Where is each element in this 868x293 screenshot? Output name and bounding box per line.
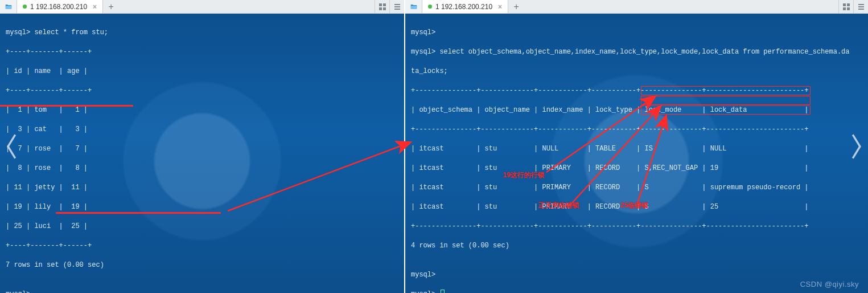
svg-rect-8 [847, 3, 850, 6]
prev-image-button[interactable] [2, 129, 22, 164]
close-icon[interactable]: × [90, 3, 97, 11]
list-view-button[interactable] [853, 0, 868, 13]
left-terminal-pane: 1 192.168.200.210 × + mysql> select * fr… [0, 0, 405, 293]
highlight-underline [56, 212, 221, 214]
svg-rect-1 [383, 3, 386, 6]
svg-rect-7 [843, 3, 846, 6]
highlight-box [641, 105, 811, 115]
term-line: +----+-------+------+ [6, 86, 398, 96]
term-line: mysql> [6, 290, 398, 293]
status-dot-icon [428, 5, 432, 9]
left-terminal[interactable]: mysql> select * from stu; +----+-------+… [0, 14, 404, 293]
cursor-icon [441, 290, 445, 293]
new-tab-button[interactable]: + [103, 0, 119, 13]
right-terminal-pane: 1 192.168.200.210 × + mysql> mysql> sele… [405, 0, 868, 293]
highlight-box [641, 86, 811, 95]
term-line: mysql> select * from stu; [6, 28, 398, 38]
right-terminal[interactable]: mysql> mysql> select object_schema,objec… [405, 14, 868, 293]
term-line: | itcast | stu | PRIMARY | RECORD | S,RE… [411, 164, 862, 173]
term-line: mysql> [411, 270, 862, 280]
svg-rect-2 [379, 7, 382, 10]
annotation-label: 25临键锁 [620, 201, 648, 210]
list-view-button[interactable] [389, 0, 404, 13]
left-tabbar: 1 192.168.200.210 × + [0, 0, 404, 14]
term-line: +----+-------+------+ [6, 47, 398, 57]
status-dot-icon [23, 5, 27, 9]
tile-view-button[interactable] [838, 0, 853, 13]
highlight-box [641, 96, 811, 105]
right-tab[interactable]: 1 192.168.200.210 × [422, 0, 508, 13]
svg-rect-9 [843, 7, 846, 10]
tile-view-button[interactable] [375, 0, 389, 13]
term-line: | 19 | lily | 19 | [6, 202, 398, 212]
term-line: mysql> [411, 28, 862, 38]
watermark: CSDN @qiyi.sky [800, 280, 859, 288]
annotation-label: 正无穷临键锁 [538, 201, 579, 210]
term-line: 7 rows in set (0.00 sec) [6, 261, 398, 270]
left-tab[interactable]: 1 192.168.200.210 × [17, 0, 103, 13]
next-image-button[interactable] [846, 129, 866, 164]
term-line: | 1 | tom | 1 | [6, 105, 398, 115]
close-icon[interactable]: × [496, 3, 502, 11]
svg-rect-0 [379, 3, 382, 6]
sessions-button[interactable] [405, 0, 422, 13]
term-line: +----+-------+------+ [6, 241, 398, 251]
annotation-label: 19这行的行锁 [503, 170, 545, 180]
svg-rect-3 [383, 7, 386, 10]
term-line: mysql> [411, 290, 862, 293]
tab-title: 1 192.168.200.210 [30, 3, 87, 11]
right-tabbar: 1 192.168.200.210 × + [405, 0, 868, 14]
highlight-underline [0, 105, 133, 107]
sessions-button[interactable] [0, 0, 17, 13]
term-line: +---------------+-------------+---------… [411, 222, 862, 231]
term-line: | 3 | cat | 3 | [6, 125, 398, 135]
tab-title: 1 192.168.200.210 [435, 3, 492, 11]
term-line: | 25 | luci | 25 | [6, 222, 398, 231]
term-line: | 8 | rose | 8 | [6, 164, 398, 173]
term-line: | 11 | jetty | 11 | [6, 183, 398, 193]
term-line: +---------------+-------------+---------… [411, 125, 862, 135]
term-line: | 7 | rose | 7 | [6, 144, 398, 154]
svg-rect-10 [847, 7, 850, 10]
term-line: | itcast | stu | NULL | TABLE | IS | NUL… [411, 144, 862, 154]
term-line: ta_locks; [411, 67, 862, 76]
term-line: | id | name | age | [6, 67, 398, 76]
term-line: mysql> select object_schema,object_name,… [411, 47, 862, 57]
new-tab-button[interactable]: + [508, 0, 524, 13]
term-line: | itcast | stu | PRIMARY | RECORD | S | … [411, 183, 862, 193]
term-line: 4 rows in set (0.00 sec) [411, 241, 862, 251]
